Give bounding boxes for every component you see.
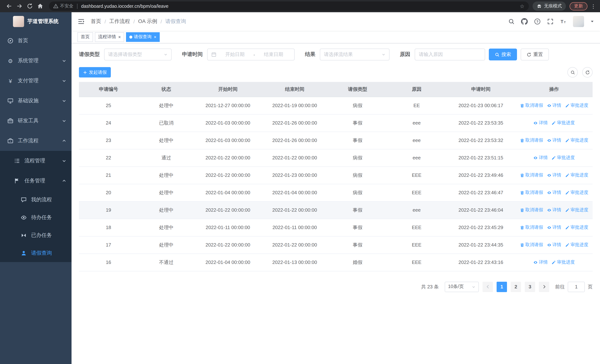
- table-row[interactable]: 20处理中2022-01-04 00:00:002022-01-04 00:00…: [79, 184, 593, 201]
- browser-update-button[interactable]: 更新: [570, 2, 587, 10]
- table-row[interactable]: 16不通过2022-01-04 00:00:002022-01-13 00:00…: [79, 253, 593, 271]
- fullscreen-icon[interactable]: [547, 18, 554, 25]
- cancel-leave-link[interactable]: 取消请假: [520, 189, 543, 196]
- sidebar-item-todo-tasks[interactable]: 待办任务: [0, 209, 72, 226]
- table-toolbar: 发起请假: [79, 67, 593, 77]
- breadcrumb-item[interactable]: 首页: [91, 18, 101, 25]
- table-row[interactable]: 17处理中2022-01-22 00:00:002022-01-22 00:00…: [79, 236, 593, 253]
- cancel-leave-link[interactable]: 取消请假: [520, 207, 543, 213]
- approval-progress-link[interactable]: 审批进度: [565, 137, 588, 143]
- detail-link[interactable]: 详情: [533, 120, 548, 126]
- table-row[interactable]: 18处理中2022-01-11 00:00:002022-01-11 00:00…: [79, 219, 593, 236]
- breadcrumb-item[interactable]: 工作流程: [109, 18, 130, 25]
- help-icon[interactable]: ?: [534, 18, 541, 25]
- browser-home-icon[interactable]: [35, 1, 45, 11]
- sidebar-item-done-tasks[interactable]: 已办任务: [0, 226, 72, 244]
- cancel-leave-link[interactable]: 取消请假: [520, 102, 543, 109]
- approval-progress-link[interactable]: 审批进度: [565, 242, 588, 248]
- approval-progress-link[interactable]: 审批进度: [552, 120, 575, 126]
- detail-link[interactable]: 详情: [547, 207, 561, 213]
- approval-progress-link[interactable]: 审批进度: [565, 189, 588, 196]
- browser-menu-icon[interactable]: ⋮: [590, 3, 596, 9]
- detail-link[interactable]: 详情: [547, 102, 561, 109]
- leave-type-select[interactable]: 请选择请假类型: [104, 48, 172, 60]
- goto-page-input[interactable]: [568, 281, 585, 292]
- table-row[interactable]: 24已取消2022-01-03 00:00:002022-01-26 00:00…: [79, 114, 593, 131]
- detail-link[interactable]: 详情: [547, 172, 561, 178]
- sidebar-item-devtools[interactable]: 研发工具: [0, 111, 72, 131]
- browser-refresh-icon[interactable]: [24, 1, 35, 11]
- user-avatar[interactable]: [573, 16, 584, 27]
- sidebar-item-home[interactable]: 首页: [0, 31, 72, 51]
- active-tab-dot: [129, 35, 132, 38]
- detail-link[interactable]: 详情: [533, 155, 548, 161]
- col-apply-time: 申请时间: [446, 82, 516, 97]
- breadcrumb-item[interactable]: OA 示例: [138, 18, 157, 25]
- bookmark-star-icon[interactable]: ☆: [520, 3, 525, 9]
- close-icon[interactable]: ×: [118, 35, 121, 39]
- result-select[interactable]: 请选择流结果: [320, 48, 390, 60]
- sidebar-item-infra[interactable]: 基础设施: [0, 91, 72, 111]
- chevron-right-icon: [542, 285, 546, 289]
- cancel-leave-link[interactable]: 取消请假: [520, 242, 543, 248]
- github-icon[interactable]: [521, 18, 528, 25]
- cancel-leave-link[interactable]: 取消请假: [520, 137, 543, 143]
- table-row[interactable]: 22通过2022-01-22 00:00:002022-01-22 00:00:…: [79, 149, 593, 167]
- table-row[interactable]: 21处理中2022-01-22 00:00:002022-01-23 00:00…: [79, 167, 593, 184]
- page-size-select[interactable]: 10条/页: [445, 281, 479, 292]
- table-body: 25处理中2021-12-27 00:00:002022-01-19 00:00…: [79, 97, 593, 271]
- next-page-button[interactable]: [539, 281, 549, 292]
- sidebar-item-my-process[interactable]: 我的流程: [0, 191, 72, 209]
- table-row[interactable]: 23处理中2022-01-03 00:00:002022-01-26 00:00…: [79, 131, 593, 149]
- detail-link[interactable]: 详情: [547, 242, 561, 248]
- chevron-down-icon: [382, 53, 385, 56]
- sidebar-item-task-management[interactable]: 任务管理: [0, 171, 72, 191]
- page-button-2[interactable]: 2: [511, 281, 521, 292]
- font-size-icon[interactable]: TT: [560, 18, 567, 25]
- tab-leave-query[interactable]: 请假查询×: [126, 32, 160, 42]
- cancel-leave-link[interactable]: 取消请假: [520, 172, 543, 178]
- approval-progress-link[interactable]: 审批进度: [565, 224, 588, 231]
- reset-button[interactable]: 重置: [521, 48, 549, 60]
- create-leave-button[interactable]: 发起请假: [79, 67, 111, 77]
- tab-process-detail[interactable]: 流程详情×: [95, 32, 124, 42]
- detail-link[interactable]: 详情: [533, 259, 548, 265]
- goto-label: 前往: [555, 283, 565, 290]
- approval-progress-link[interactable]: 审批进度: [565, 102, 588, 109]
- refresh-table-button[interactable]: [582, 67, 593, 77]
- detail-link[interactable]: 详情: [547, 137, 561, 143]
- table-row[interactable]: 25处理中2021-12-27 00:00:002022-01-19 00:00…: [79, 97, 593, 114]
- url-text[interactable]: dashboard.yudao.iocoder.cn/bpm/oa/leave: [81, 3, 169, 9]
- page-button-1[interactable]: 1: [497, 281, 507, 292]
- sidebar-collapse-icon[interactable]: [77, 18, 85, 25]
- sidebar-item-leave-query[interactable]: 请假查询: [0, 244, 72, 262]
- toggle-search-button[interactable]: [567, 67, 578, 77]
- browser-forward-icon[interactable]: [14, 1, 24, 11]
- close-icon[interactable]: ×: [154, 35, 156, 39]
- security-warning[interactable]: 不安全: [53, 3, 73, 9]
- eye-icon: [21, 215, 27, 221]
- sidebar-item-process-management[interactable]: 流程管理: [0, 151, 72, 171]
- tab-home[interactable]: 首页: [77, 32, 93, 42]
- chevron-up-icon: [62, 139, 66, 143]
- sidebar-item-system[interactable]: ⚙ 系统管理: [0, 51, 72, 71]
- address-bar[interactable]: 不安全 dashboard.yudao.iocoder.cn/bpm/oa/le…: [49, 1, 529, 11]
- apply-time-range-picker[interactable]: 开始日期 - 结束日期: [207, 48, 295, 60]
- cancel-leave-link[interactable]: 取消请假: [520, 224, 543, 231]
- browser-back-icon[interactable]: [4, 1, 14, 11]
- table-row[interactable]: 19处理中2022-01-22 00:00:002022-01-22 00:00…: [79, 201, 593, 219]
- avatar-caret-icon[interactable]: [590, 20, 594, 23]
- detail-link[interactable]: 详情: [547, 224, 561, 231]
- sidebar-item-workflow[interactable]: 工作流程: [0, 131, 72, 151]
- detail-link[interactable]: 详情: [547, 189, 561, 196]
- approval-progress-link[interactable]: 审批进度: [565, 172, 588, 178]
- sidebar-item-payment[interactable]: ¥ 支付管理: [0, 71, 72, 91]
- approval-progress-link[interactable]: 审批进度: [565, 207, 588, 213]
- page-button-3[interactable]: 3: [525, 281, 535, 292]
- approval-progress-link[interactable]: 审批进度: [552, 155, 575, 161]
- reason-input[interactable]: 请输入原因: [415, 48, 485, 60]
- prev-page-button[interactable]: [483, 281, 493, 292]
- search-button[interactable]: 搜索: [489, 48, 517, 60]
- approval-progress-link[interactable]: 审批进度: [552, 259, 575, 265]
- search-icon[interactable]: [508, 18, 515, 25]
